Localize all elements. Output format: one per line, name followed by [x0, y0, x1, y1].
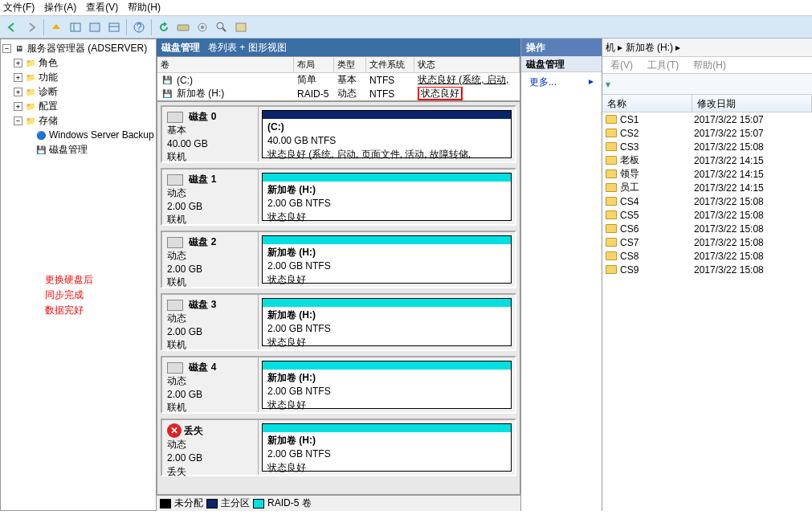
col-name[interactable]: 名称 [602, 95, 692, 112]
list-view-icon[interactable] [232, 18, 250, 36]
volume-box[interactable]: 新加卷 (H:) 2.00 GB NTFS 状态良好 [262, 298, 512, 346]
disk-block[interactable]: 磁盘 0 基本 40.00 GB 联机 (C:) 40.00 GB NTFS 状… [161, 105, 516, 163]
menu-file[interactable]: 文件(F) [3, 1, 35, 14]
disk-block[interactable]: 磁盘 1 动态 2.00 GB 联机 新加卷 (H:) 2.00 GB NTFS… [161, 168, 516, 226]
disk-block[interactable]: 磁盘 2 动态 2.00 GB 联机 新加卷 (H:) 2.00 GB NTFS… [161, 231, 516, 288]
tree-role[interactable]: 角色 [39, 56, 58, 70]
disk-info: ✕ 丢失 动态 2.00 GB 丢失 [162, 420, 259, 475]
find-icon[interactable] [213, 18, 231, 36]
exp-menu-view[interactable]: 看(V) [610, 59, 633, 72]
back-icon[interactable] [3, 18, 21, 36]
menu-view[interactable]: 查看(V) [86, 1, 118, 14]
disk-block[interactable]: 磁盘 3 动态 2.00 GB 联机 新加卷 (H:) 2.00 GB NTFS… [161, 293, 516, 351]
actions-more[interactable]: 更多...▸ [521, 72, 602, 92]
svg-rect-7 [177, 25, 189, 31]
vol-name: 新加卷 (H:) [175, 87, 296, 100]
tree-root[interactable]: 服务器管理器 (ADSERVER) [27, 42, 147, 55]
file-row[interactable]: CS3 2017/3/22 15:08 [602, 140, 812, 153]
vol-box-status: 状态良好 [267, 337, 306, 348]
tree-expand-icon[interactable]: + [14, 73, 22, 82]
disk-icon[interactable] [174, 18, 192, 36]
tree-config[interactable]: 配置 [39, 100, 58, 113]
svg-rect-0 [71, 23, 80, 31]
volume-box[interactable]: (C:) 40.00 GB NTFS 状态良好 (系统, 启动, 页面文件, 活… [262, 110, 512, 158]
menu-help[interactable]: 帮助(H) [128, 1, 161, 14]
file-row[interactable]: 员工 2017/3/22 14:15 [602, 181, 812, 194]
volume-row[interactable]: 💾 新加卷 (H:) RAID-5 动态 NTFS 状态良好 [157, 87, 520, 100]
file-row[interactable]: 老板 2017/3/22 14:15 [602, 153, 812, 167]
disk-line3: 联机 [167, 401, 253, 415]
file-row[interactable]: CS1 2017/3/22 15:07 [602, 112, 812, 126]
tree-disk-mgmt[interactable]: 磁盘管理 [49, 143, 88, 157]
show-hide-icon[interactable] [67, 18, 84, 36]
menu-action[interactable]: 操作(A) [44, 1, 76, 14]
tree-feature[interactable]: 功能 [39, 71, 58, 84]
legend: 未分配 主分区 RAID-5 卷 [157, 495, 520, 511]
col-volume[interactable]: 卷 [157, 57, 294, 72]
props-icon[interactable] [86, 18, 104, 36]
volume-table: 卷 布局 类型 文件系统 状态 💾 (C:) 简单 基本 NTFS 状态良好 (… [157, 56, 520, 101]
file-row[interactable]: CS9 2017/3/22 15:08 [602, 263, 812, 276]
exp-menu-tool[interactable]: 工具(T) [647, 59, 679, 72]
breadcrumb[interactable]: 机 ▸ 新加卷 (H:) ▸ [606, 41, 680, 55]
disk-name: 磁盘 1 [189, 174, 216, 185]
vol-box-title: 新加卷 (H:) [267, 372, 316, 383]
col-date[interactable]: 修改日期 [692, 95, 812, 112]
file-date: 2017/3/22 15:07 [694, 128, 809, 139]
disk-line3: 联机 [167, 150, 253, 164]
disk-graphic-area[interactable]: 磁盘 0 基本 40.00 GB 联机 (C:) 40.00 GB NTFS 状… [157, 101, 520, 495]
file-row[interactable]: CS6 2017/3/22 15:08 [602, 222, 812, 235]
tree-storage[interactable]: 存储 [39, 114, 58, 128]
menubar: 文件(F) 操作(A) 查看(V) 帮助(H) [0, 0, 812, 16]
file-row[interactable]: 领导 2017/3/22 14:15 [602, 167, 812, 181]
col-layout[interactable]: 布局 [294, 57, 334, 72]
col-fs[interactable]: 文件系统 [366, 57, 414, 72]
volume-box[interactable]: 新加卷 (H:) 2.00 GB NTFS 状态良好 [262, 173, 512, 221]
file-row[interactable]: CS2 2017/3/22 15:07 [602, 126, 812, 140]
file-date: 2017/3/22 15:08 [694, 210, 809, 221]
tree-diag[interactable]: 诊断 [39, 85, 58, 99]
refresh-icon[interactable] [155, 18, 173, 36]
vol-fs: NTFS [368, 88, 416, 100]
disk-line2: 40.00 GB [167, 137, 253, 151]
file-row[interactable]: CS4 2017/3/22 15:08 [602, 194, 812, 208]
explorer-address[interactable]: 机 ▸ 新加卷 (H:) ▸ [602, 39, 812, 56]
volume-color-bar [263, 174, 511, 182]
tree-wsb[interactable]: Windows Server Backup [49, 129, 154, 141]
disk-block[interactable]: 磁盘 4 动态 2.00 GB 联机 新加卷 (H:) 2.00 GB NTFS… [161, 356, 516, 414]
col-type[interactable]: 类型 [334, 57, 366, 72]
col-status[interactable]: 状态 [414, 57, 520, 72]
settings-icon[interactable] [194, 18, 211, 36]
details-icon[interactable] [105, 18, 123, 36]
volume-box[interactable]: 新加卷 (H:) 2.00 GB NTFS 状态良好 [262, 235, 512, 284]
explorer-toolbar: ▾ [602, 74, 812, 95]
file-row[interactable]: CS5 2017/3/22 15:08 [602, 208, 812, 222]
tree-expand-icon[interactable]: + [14, 88, 22, 96]
annotation-note: 更换硬盘后 同步完成 数据完好 [45, 272, 93, 319]
disk-name: 磁盘 4 [189, 361, 216, 373]
file-row[interactable]: CS8 2017/3/22 15:08 [602, 249, 812, 263]
exp-menu-help[interactable]: 帮助(H) [693, 59, 726, 72]
disk-line2: 2.00 GB [167, 263, 253, 276]
disk-name: 磁盘 0 [189, 111, 216, 122]
volume-color-bar [263, 424, 511, 432]
volume-box[interactable]: 新加卷 (H:) 2.00 GB NTFS 状态良好 [262, 423, 512, 472]
tree-expand-icon[interactable]: + [14, 102, 22, 111]
tree-collapse-icon[interactable]: − [14, 116, 22, 125]
tree-collapse-icon[interactable]: − [2, 44, 11, 53]
tree-expand-icon[interactable]: + [14, 59, 22, 67]
file-date: 2017/3/22 15:08 [694, 251, 809, 262]
file-row[interactable]: CS7 2017/3/22 15:08 [602, 235, 812, 249]
volume-box[interactable]: 新加卷 (H:) 2.00 GB NTFS 状态良好 [262, 361, 512, 409]
vol-box-title: 新加卷 (H:) [267, 435, 316, 446]
up-icon[interactable] [47, 18, 65, 36]
disk-line1: 动态 [167, 374, 253, 388]
help-icon[interactable]: ? [130, 18, 148, 36]
disk-block[interactable]: ✕ 丢失 动态 2.00 GB 丢失 新加卷 (H:) 2.00 GB NTFS… [161, 419, 516, 476]
forward-icon[interactable] [22, 18, 40, 36]
volume-row[interactable]: 💾 (C:) 简单 基本 NTFS 状态良好 (系统, 启动, [157, 73, 520, 87]
explorer-list[interactable]: CS1 2017/3/22 15:07 CS2 2017/3/22 15:07 … [602, 112, 812, 511]
vol-box-size: 2.00 GB NTFS [267, 198, 331, 209]
chevron-down-icon[interactable]: ▾ [606, 79, 610, 90]
vol-box-size: 2.00 GB NTFS [267, 386, 331, 397]
